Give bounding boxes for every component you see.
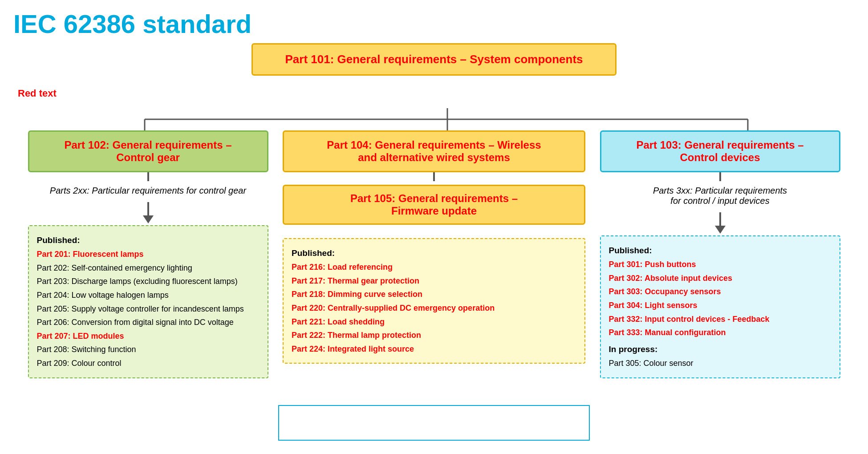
col-102: Part 102: General requirements –Control … bbox=[13, 130, 283, 378]
pub-blue-item-1: Part 301: Push buttons bbox=[609, 258, 831, 272]
arrow-down-right bbox=[715, 212, 726, 234]
pub-yellow-item-4: Part 220: Centrally-supplied DC emergenc… bbox=[292, 301, 576, 315]
pub-green-item-3: Part 203: Discharge lamps (excluding flu… bbox=[37, 275, 260, 288]
published-box-blue: Published: Part 301: Push buttons Part 3… bbox=[600, 235, 840, 378]
italic-103: Parts 3xx: Particular requirementsfor co… bbox=[613, 181, 827, 211]
pub-green-item-6: Part 206: Conversion from digital signal… bbox=[37, 316, 260, 329]
pub-green-item-5: Part 205: Supply voltage controller for … bbox=[37, 302, 260, 316]
box-104: Part 104: General requirements – Wireles… bbox=[283, 130, 585, 172]
pub-blue-title: Published: bbox=[609, 243, 831, 258]
red-text-label: Red text bbox=[18, 88, 102, 99]
pub-green-item-8: Part 208: Switching function bbox=[37, 343, 260, 357]
pub-green-title: Published: bbox=[37, 233, 260, 247]
box-103: Part 103: General requirements –Control … bbox=[600, 130, 840, 172]
pub-green-item-4: Part 204: Low voltage halogen lamps bbox=[37, 288, 260, 302]
pub-yellow-item-7: Part 224: Integrated light source bbox=[292, 342, 576, 356]
pub-yellow-title: Published: bbox=[292, 246, 576, 260]
box-105-label: Part 105: General requirements –Firmware… bbox=[293, 192, 575, 217]
pub-blue-item-3: Part 303: Occupancy sensors bbox=[609, 285, 831, 299]
box-101: Part 101: General requirements – System … bbox=[251, 43, 617, 76]
pub-green-item-1: Part 201: Fluorescent lamps bbox=[37, 247, 260, 261]
pub-yellow-item-6: Part 222: Thermal lamp protection bbox=[292, 328, 576, 342]
box-103-label: Part 103: General requirements –Control … bbox=[610, 139, 830, 164]
pub-green-item-2: Part 202: Self-contained emergency light… bbox=[37, 261, 260, 275]
box-101-label: Part 101: General requirements – System … bbox=[271, 53, 597, 66]
pub-yellow-item-2: Part 217: Thermal gear protection bbox=[292, 274, 576, 288]
published-box-yellow: Published: Part 216: Load referencing Pa… bbox=[283, 238, 585, 364]
pub-blue-item-2: Part 302: Absolute input devices bbox=[609, 272, 831, 285]
page-title: IEC 62386 standard bbox=[13, 9, 855, 39]
pub-yellow-item-5: Part 221: Load shedding bbox=[292, 315, 576, 329]
pub-blue-item-5: Part 332: Input control devices - Feedba… bbox=[609, 312, 831, 326]
box-105: Part 105: General requirements –Firmware… bbox=[283, 185, 585, 225]
italic-102: Parts 2xx: Particular requirements for c… bbox=[41, 181, 255, 200]
pub-blue-item-6: Part 333: Manual configuration bbox=[609, 326, 831, 340]
pub-blue-item-4: Part 304: Light sensors bbox=[609, 299, 831, 312]
col-103: Part 103: General requirements –Control … bbox=[585, 130, 855, 378]
bottom-empty-box bbox=[278, 405, 590, 441]
published-box-green: Published: Part 201: Fluorescent lamps P… bbox=[28, 225, 268, 378]
arrow-down-left bbox=[143, 202, 154, 223]
pub-green-item-7: Part 207: LED modules bbox=[37, 329, 260, 343]
pub-green-item-9: Part 209: Colour control bbox=[37, 357, 260, 370]
box-104-label: Part 104: General requirements – Wireles… bbox=[293, 139, 575, 164]
pub-yellow-item-1: Part 216: Load referencing bbox=[292, 260, 576, 274]
pub-yellow-item-3: Part 218: Dimming curve selection bbox=[292, 288, 576, 301]
box-102: Part 102: General requirements –Control … bbox=[28, 130, 268, 172]
pub-blue-in-progress-1: Part 305: Colour sensor bbox=[609, 357, 831, 370]
box-102-label: Part 102: General requirements –Control … bbox=[38, 139, 258, 164]
in-progress-title: In progress: bbox=[609, 342, 831, 357]
col-104: Part 104: General requirements – Wireles… bbox=[283, 130, 585, 378]
